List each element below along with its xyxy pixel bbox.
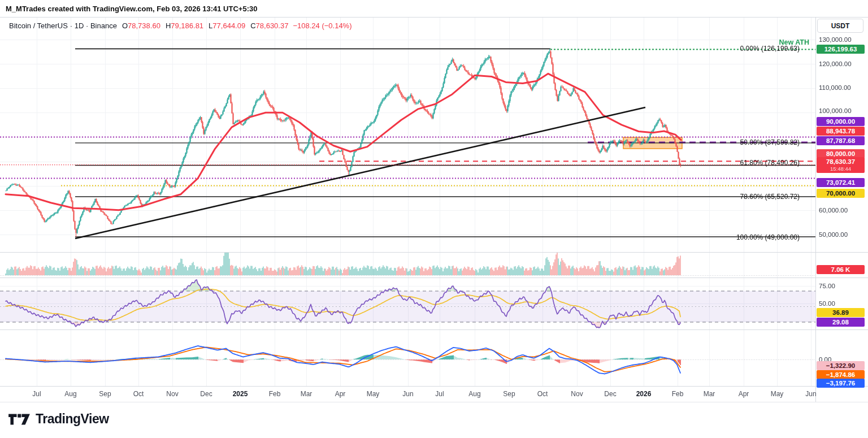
time-axis-month-label: Jun xyxy=(402,390,413,398)
badge-value: −1,322.90 xyxy=(817,361,865,370)
price-axis-label: 50.00 xyxy=(819,300,835,307)
low-value: 77,644.09 xyxy=(212,21,245,30)
price-axis-label: 110,000.00 xyxy=(819,84,851,91)
time-axis-month-label: Sep xyxy=(503,390,515,398)
time-axis-month-label: Sep xyxy=(99,390,111,398)
price-line-badge: −1,874.86 xyxy=(817,370,865,379)
time-axis-month-label: Oct xyxy=(133,390,144,398)
time-axis-month-label: Oct xyxy=(537,390,548,398)
time-axis-month-label: Aug xyxy=(64,390,76,398)
badge-value: 78,630.37 xyxy=(817,157,865,166)
price-line-badge[interactable]: 88,943.78 xyxy=(817,127,865,136)
badge-value: 73,072.41 xyxy=(817,178,865,187)
badge-value: 87,787.68 xyxy=(817,136,865,145)
price-axis-label: 100,000.00 xyxy=(819,107,852,114)
fib-level-label[interactable]: 78.60% (65,520.72) xyxy=(740,193,800,201)
badge-value: 88,943.78 xyxy=(817,127,865,136)
close-value: 78,630.37 xyxy=(256,21,289,30)
price-line-badge[interactable]: 90,000.00 xyxy=(817,117,865,126)
time-axis-month-label: Jul xyxy=(32,390,41,398)
time-axis-year-label: 2025 xyxy=(233,390,248,398)
badge-value: −3,197.76 xyxy=(817,379,865,388)
price-line-badge[interactable]: 70,000.00 xyxy=(817,189,865,198)
chart-canvas[interactable] xyxy=(0,0,868,438)
time-axis-month-label: Jun xyxy=(805,390,816,398)
price-line-badge: 36.89 xyxy=(817,308,865,317)
badge-value: 29.08 xyxy=(817,318,865,327)
countdown-timer: 15:48:44 xyxy=(817,166,865,173)
current-price-badge: 78,630.3715:48:44 xyxy=(817,157,865,173)
attribution-text: M_MTrades created with TradingView.com, … xyxy=(6,5,257,13)
price-line-badge: 7.06 K xyxy=(817,265,865,274)
price-axis-label: 60,000.00 xyxy=(819,207,848,214)
tradingview-logo-icon xyxy=(8,412,31,427)
fib-level-label[interactable]: 50.00% (87,599.82) xyxy=(740,138,800,146)
badge-value: −1,874.86 xyxy=(817,370,865,379)
time-axis-month-label: May xyxy=(771,390,784,398)
price-axis-label: 120,000.00 xyxy=(819,60,852,67)
fib-level-label[interactable]: 100.00% (49,000.00) xyxy=(736,233,800,241)
time-axis-month-label: Feb xyxy=(269,390,281,398)
time-axis-month-label: Jul xyxy=(435,390,444,398)
price-axis-label: 50,000.00 xyxy=(819,231,848,238)
time-axis-month-label: Dec xyxy=(604,390,616,398)
price-line-badge: −1,322.90 xyxy=(817,361,865,370)
time-axis-month-label: Nov xyxy=(571,390,583,398)
price-line-badge: −3,197.76 xyxy=(817,379,865,388)
price-line-badge: 29.08 xyxy=(817,318,865,327)
new-ath-label: New ATH xyxy=(779,38,809,46)
change-value: −108.24 (−0.14%) xyxy=(293,21,351,30)
open-label: O xyxy=(122,21,128,30)
time-axis-month-label: Apr xyxy=(739,390,749,398)
time-axis-month-label: Mar xyxy=(704,390,715,398)
close-label: C xyxy=(250,21,255,30)
time-axis-month-label: Dec xyxy=(200,390,212,398)
time-axis-month-label: Mar xyxy=(301,390,313,398)
price-line-badge[interactable]: 73,072.41 xyxy=(817,178,865,187)
tradingview-logo-link[interactable]: TradingView xyxy=(8,411,109,427)
time-axis-month-label: Feb xyxy=(672,390,684,398)
price-line-badge[interactable]: 87,787.68 xyxy=(817,136,865,145)
symbol-legend: Bitcoin / TetherUS· 1D · BinanceO78,738.… xyxy=(9,21,352,30)
symbol-meta: · 1D · Binance xyxy=(70,21,117,30)
time-axis-year-label: 2026 xyxy=(636,390,652,398)
badge-value: 126,199.63 xyxy=(817,45,865,54)
price-line-badge: 126,199.63 xyxy=(817,45,865,54)
fib-level-label[interactable]: 61.80% (78,490.26) xyxy=(740,159,800,167)
badge-value: 7.06 K xyxy=(817,265,865,274)
time-axis-month-label: Nov xyxy=(166,390,178,398)
time-axis-month-label: Aug xyxy=(468,390,480,398)
price-axis-label: 130,000.00 xyxy=(819,36,852,43)
badge-value: 90,000.00 xyxy=(817,117,865,126)
symbol-title[interactable]: Bitcoin / TetherUS xyxy=(9,21,68,30)
badge-value: 36.89 xyxy=(817,308,865,317)
time-axis-month-label: May xyxy=(367,390,380,398)
high-value: 79,186.81 xyxy=(171,21,203,30)
high-label: H xyxy=(166,21,171,30)
open-value: 78,738.60 xyxy=(128,21,160,30)
price-axis-label: 75.00 xyxy=(819,283,835,289)
time-axis-month-label: Apr xyxy=(335,390,346,398)
tradingview-screenshot: M_MTrades created with TradingView.com, … xyxy=(0,0,868,438)
badge-value: 70,000.00 xyxy=(817,189,865,198)
currency-toggle-button[interactable]: USDT xyxy=(817,19,863,33)
tradingview-wordmark: TradingView xyxy=(36,411,109,427)
